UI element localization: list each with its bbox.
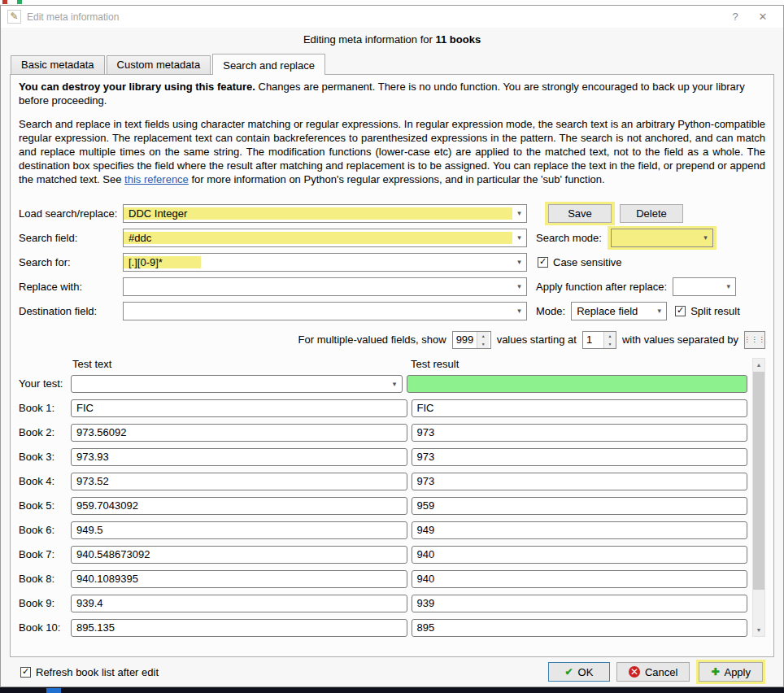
multi-start-value: 1 <box>583 332 603 348</box>
edit-meta-dialog: ✎ Edit meta information ? ✕ Editing meta… <box>0 5 784 687</box>
test-result-field: 940 <box>412 570 748 588</box>
apply-function-select[interactable]: ▾ <box>673 277 736 296</box>
test-result-column-header: Test result <box>409 358 747 370</box>
search-field-label: Search field: <box>19 232 123 244</box>
multi-fields-label-1: For multiple-valued fields, show <box>298 333 446 346</box>
mode-select[interactable]: Replace field ▾ <box>571 302 667 320</box>
test-row: Book 1:FICFIC <box>19 399 747 417</box>
test-row: Book 10:895.135895 <box>19 619 747 637</box>
scroll-up-icon[interactable]: ▲ <box>753 359 764 371</box>
search-for-select[interactable]: [.][0-9]* ▾ <box>123 253 527 272</box>
replace-with-label: Replace with: <box>19 281 123 293</box>
taskbar-app-icon[interactable] <box>46 688 61 693</box>
test-row: Book 5:959.7043092959 <box>19 497 747 515</box>
test-text-column-header: Test text <box>71 358 409 370</box>
spinner-arrows[interactable]: ▲▼ <box>603 332 616 348</box>
dropdown-arrow-icon: ▾ <box>388 380 402 388</box>
warning-text: You can destroy your library using this … <box>19 81 765 107</box>
spin-up-icon[interactable]: ▲ <box>477 332 489 340</box>
search-field-select[interactable]: #ddc ▾ <box>123 229 527 247</box>
your-test-input[interactable]: ▾ <box>71 375 403 393</box>
test-result-field: 973 <box>412 424 748 442</box>
scroll-down-icon[interactable]: ▼ <box>753 624 764 636</box>
background-app-icon <box>2 0 7 4</box>
case-sensitive-checkbox[interactable]: ✓ Case sensitive <box>538 256 622 268</box>
warning-bold: You can destroy your library using this … <box>19 81 255 93</box>
dropdown-arrow-icon: ▾ <box>512 307 526 315</box>
test-row-label: Book 1: <box>19 402 71 414</box>
search-for-value: [.][0-9]* <box>124 256 512 268</box>
description-text: Search and replace in text fields using … <box>19 118 765 186</box>
test-result-field: 973 <box>412 448 748 466</box>
test-text-input[interactable]: 973.93 <box>71 448 407 466</box>
background-app-icon <box>17 0 22 4</box>
taskbar[interactable] <box>0 687 784 693</box>
multi-fields-label-2: values starting at <box>497 333 577 346</box>
search-field-value: #ddc <box>124 232 512 244</box>
separator-button[interactable]: ⋮⋮⋮ <box>744 331 765 349</box>
test-area: Test text Test result Your test: ▾ Book … <box>19 358 765 637</box>
tab-basic-metadata[interactable]: Basic metadata <box>11 55 105 74</box>
destination-field-label: Destination field: <box>19 305 123 317</box>
close-button[interactable]: ✕ <box>749 6 777 28</box>
dialog-titlebar: ✎ Edit meta information ? ✕ <box>1 6 783 28</box>
test-text-input[interactable]: FIC <box>71 399 407 417</box>
split-result-label: Split result <box>690 305 740 317</box>
test-result-field: 949 <box>412 521 748 539</box>
test-text-input[interactable]: 939.4 <box>71 595 407 612</box>
spin-down-icon[interactable]: ▼ <box>604 340 616 348</box>
test-row-label: Book 3: <box>19 451 71 463</box>
refresh-book-list-checkbox[interactable]: ✓ Refresh book list after edit <box>20 666 159 678</box>
cancel-button[interactable]: ✕ Cancel <box>616 662 690 682</box>
test-text-input[interactable]: 973.52 <box>71 473 407 490</box>
reference-link[interactable]: this reference <box>124 173 189 185</box>
destination-field-select[interactable]: ▾ <box>123 302 527 320</box>
dropdown-arrow-icon: ▾ <box>652 307 666 315</box>
spin-down-icon[interactable]: ▼ <box>477 340 489 348</box>
test-text-input[interactable]: 959.7043092 <box>71 497 407 515</box>
test-row: Book 8:940.1089395940 <box>19 570 747 588</box>
test-row-label: Book 8: <box>19 573 71 585</box>
test-row: Book 2:973.56092973 <box>19 424 747 442</box>
screen: ✎ Edit meta information ? ✕ Editing meta… <box>0 0 784 693</box>
mode-value: Replace field <box>572 305 652 317</box>
search-replace-form: Load search/replace: DDC Integer ▾ Save … <box>19 204 765 350</box>
test-scrollbar[interactable]: ▲ ▼ <box>752 358 765 637</box>
dialog-footer: ✓ Refresh book list after edit ✔ OK ✕ Ca… <box>10 657 774 686</box>
split-result-checkbox[interactable]: ✓ Split result <box>675 305 740 317</box>
dropdown-arrow-icon: ▾ <box>699 233 712 242</box>
test-row-label: Book 9: <box>19 597 71 609</box>
multi-show-spinner[interactable]: 999 ▲▼ <box>452 331 491 349</box>
header-prefix: Editing meta information for <box>303 33 436 46</box>
test-text-input[interactable]: 940.1089395 <box>71 570 407 588</box>
test-result-field: 895 <box>412 619 748 637</box>
check-icon: ✓ <box>22 667 29 676</box>
checkbox-box: ✓ <box>675 306 686 316</box>
refresh-book-list-label: Refresh book list after edit <box>36 666 159 678</box>
replace-with-select[interactable]: ▾ <box>123 277 527 296</box>
check-icon: ✓ <box>539 257 547 266</box>
test-text-input[interactable]: 973.56092 <box>71 424 407 442</box>
tab-search-and-replace[interactable]: Search and replace <box>212 54 325 75</box>
test-result-field: FIC <box>412 399 748 417</box>
test-text-input[interactable]: 940.548673092 <box>71 546 407 564</box>
search-mode-select[interactable]: ▾ <box>611 229 713 247</box>
multi-start-spinner[interactable]: 1 ▲▼ <box>582 331 616 349</box>
apply-button-label: Apply <box>724 666 751 678</box>
spinner-arrows[interactable]: ▲▼ <box>477 332 489 348</box>
dialog-title: Edit meta information <box>27 11 721 23</box>
apply-button[interactable]: ✚ Apply <box>699 662 763 682</box>
help-button[interactable]: ? <box>721 6 749 28</box>
test-row: Book 4:973.52973 <box>19 473 747 490</box>
test-text-input[interactable]: 949.5 <box>71 521 407 539</box>
save-button[interactable]: Save <box>548 204 612 223</box>
search-replace-pane: You can destroy your library using this … <box>10 74 774 657</box>
delete-button[interactable]: Delete <box>620 204 683 223</box>
description-after-link: for more information on Python's regular… <box>189 173 605 185</box>
ok-button[interactable]: ✔ OK <box>548 662 610 682</box>
load-search-replace-select[interactable]: DDC Integer ▾ <box>123 204 527 223</box>
scrollbar-thumb[interactable] <box>753 372 764 590</box>
spin-up-icon[interactable]: ▲ <box>604 332 616 340</box>
test-text-input[interactable]: 895.135 <box>71 619 407 637</box>
tab-custom-metadata[interactable]: Custom metadata <box>107 55 211 74</box>
